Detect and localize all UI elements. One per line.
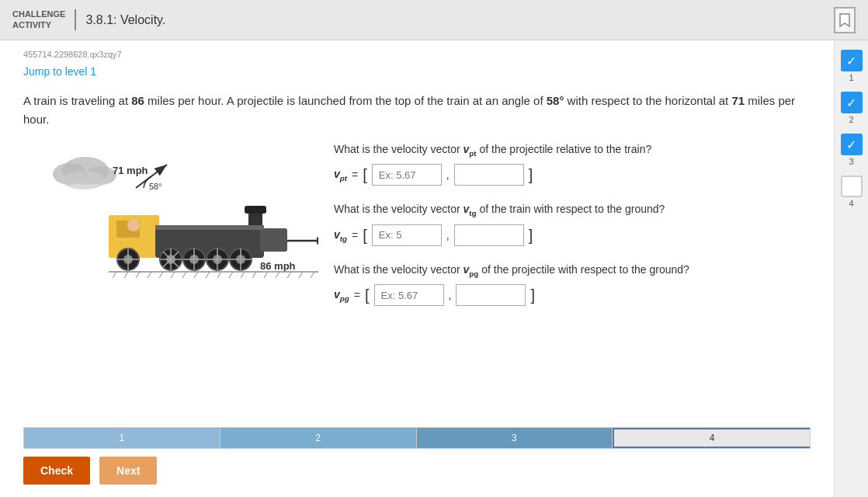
badge-number-2: 2	[849, 115, 853, 124]
questions-panel: What is the velocity vector vpt of the p…	[334, 141, 811, 427]
problem-text: A train is traveling at 86 miles per hou…	[23, 92, 811, 129]
check-badge-3: ✓	[841, 134, 863, 155]
svg-line-50	[217, 272, 221, 278]
svg-line-54	[264, 272, 268, 278]
svg-line-58	[311, 272, 314, 278]
question-1-text: What is the velocity vector vpt of the p…	[334, 141, 811, 159]
q3-vector-label: vpg	[334, 288, 349, 303]
question-1: What is the velocity vector vpt of the p…	[334, 141, 811, 186]
svg-line-46	[171, 272, 175, 278]
question-3-text: What is the velocity vector vpg of the p…	[334, 262, 811, 280]
q2-vector-label: vtg	[334, 228, 347, 243]
bookmark-button[interactable]	[834, 7, 856, 33]
question-2-text: What is the velocity vector vtg of the t…	[334, 201, 811, 219]
svg-line-51	[229, 272, 233, 278]
challenge-activity-label: CHALLENGE ACTIVITY	[12, 9, 76, 30]
progress-bar: 1 2 3 4	[23, 427, 811, 449]
question-3: What is the velocity vector vpg of the p…	[334, 262, 811, 306]
sidebar-item-4[interactable]: 4	[841, 176, 863, 208]
svg-text:58°: 58°	[149, 182, 162, 191]
content-area: 455714.2298628.qx3zqy7 Jump to level 1 A…	[0, 40, 834, 497]
svg-point-9	[127, 219, 140, 231]
sidebar-item-3[interactable]: ✓ 3	[841, 134, 863, 166]
svg-line-42	[124, 272, 128, 278]
q3-input-y[interactable]	[456, 284, 526, 306]
right-sidebar: ✓ 1 ✓ 2 ✓ 3 4	[834, 40, 868, 497]
q2-input-x[interactable]	[372, 224, 442, 246]
main-layout: 455714.2298628.qx3zqy7 Jump to level 1 A…	[0, 40, 868, 497]
check-badge-empty-4	[841, 176, 863, 197]
svg-line-56	[287, 272, 291, 278]
svg-line-52	[241, 272, 245, 278]
train-svg: 71 mph 58°	[23, 141, 318, 304]
progress-segment-4[interactable]: 4	[613, 428, 810, 448]
svg-line-45	[159, 272, 163, 278]
badge-number-1: 1	[849, 73, 853, 82]
session-id: 455714.2298628.qx3zqy7	[23, 50, 811, 59]
question-3-equation: vpg = [ , ]	[334, 284, 811, 306]
svg-point-3	[62, 171, 106, 189]
question-1-equation: vpt = [ , ]	[334, 164, 811, 186]
svg-text:71 mph: 71 mph	[113, 165, 148, 176]
button-row: Check Next	[23, 457, 811, 497]
progress-segment-2[interactable]: 2	[220, 428, 417, 448]
page-title: 3.8.1: Velocity.	[85, 13, 165, 27]
q1-vector-label: vpt	[334, 168, 347, 182]
svg-line-49	[206, 272, 210, 278]
check-button[interactable]: Check	[23, 457, 90, 485]
question-2-equation: vtg = [ , ]	[334, 224, 811, 246]
progress-segment-3[interactable]: 3	[417, 428, 613, 448]
svg-line-48	[194, 272, 198, 278]
svg-line-44	[148, 272, 151, 278]
bottom-area: 1 2 3 4 Check Next	[23, 427, 811, 497]
svg-line-43	[136, 272, 140, 278]
progress-segment-1[interactable]: 1	[24, 428, 220, 448]
check-badge-2: ✓	[841, 92, 863, 113]
svg-text:86 mph: 86 mph	[260, 260, 296, 272]
q1-input-y[interactable]	[454, 164, 524, 186]
next-button[interactable]: Next	[99, 457, 157, 485]
badge-number-3: 3	[849, 157, 853, 166]
check-badge-1: ✓	[841, 50, 863, 71]
svg-line-41	[113, 272, 116, 278]
svg-rect-13	[260, 228, 287, 252]
svg-line-53	[252, 272, 256, 278]
q1-input-x[interactable]	[372, 164, 442, 186]
question-2: What is the velocity vector vtg of the t…	[334, 201, 811, 245]
q2-input-y[interactable]	[454, 224, 524, 246]
problem-body: 71 mph 58°	[23, 141, 811, 427]
bookmark-icon	[839, 13, 850, 27]
svg-line-55	[276, 272, 279, 278]
sidebar-item-1[interactable]: ✓ 1	[841, 50, 863, 82]
train-diagram: 71 mph 58°	[23, 141, 318, 427]
svg-rect-14	[155, 225, 264, 230]
svg-line-57	[299, 272, 303, 278]
svg-marker-16	[317, 237, 318, 245]
jump-to-level-link[interactable]: Jump to level 1	[23, 65, 811, 78]
header: CHALLENGE ACTIVITY 3.8.1: Velocity.	[0, 0, 868, 40]
svg-line-47	[182, 272, 186, 278]
sidebar-item-2[interactable]: ✓ 2	[841, 92, 863, 124]
svg-rect-12	[245, 206, 266, 214]
q3-input-x[interactable]	[374, 284, 444, 306]
badge-number-4: 4	[849, 199, 853, 208]
